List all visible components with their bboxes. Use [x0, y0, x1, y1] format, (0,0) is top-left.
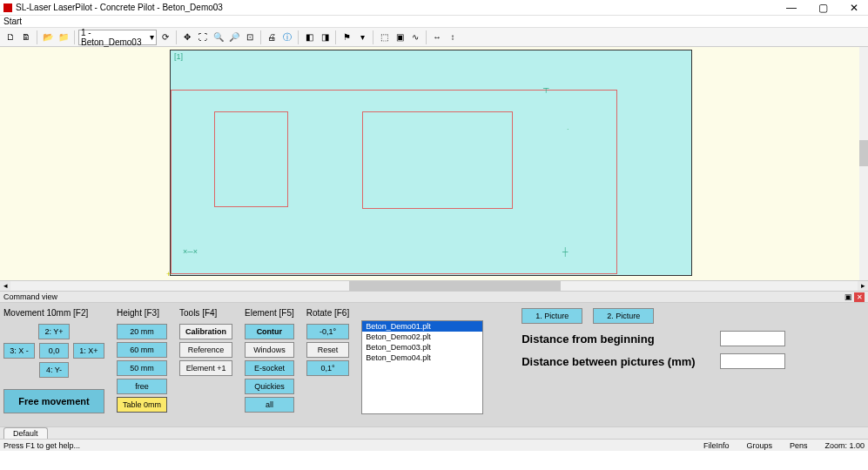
list-item[interactable]: Beton_Demo03.plt — [362, 342, 482, 352]
rotate-group: Rotate [F6] -0,1° Reset 0,1° — [306, 308, 349, 421]
move-icon[interactable]: ✥ — [180, 30, 194, 44]
command-panel: Movement 10mm [F2] 2: Y+ 3: X - 0,0 1: X… — [0, 303, 868, 426]
element-title: Element [F5] — [245, 308, 294, 318]
toolbar: 🗋 🗎 📂 📁 1 - Beton_Demo03 ▾ ⟳ ✥ ⛶ 🔍 🔎 ⊡ 🖨… — [0, 28, 868, 47]
movement-title: Movement 10mm [F2] — [3, 308, 104, 318]
calibration-button[interactable]: Calibration — [179, 324, 232, 339]
rotate-plus-button[interactable]: 0,1° — [306, 360, 349, 376]
align-left-icon[interactable]: ◧ — [302, 30, 316, 44]
status-groups: Groups — [746, 441, 772, 450]
list-item[interactable]: Beton_Demo01.plt — [362, 321, 482, 332]
folder-icon[interactable]: 📁 — [57, 30, 71, 44]
zoom-window-icon[interactable]: ⊡ — [243, 30, 257, 44]
scroll-track[interactable] — [10, 281, 858, 291]
panel-close-icon[interactable]: ✕ — [854, 292, 865, 302]
info-icon[interactable]: ⓘ — [280, 30, 294, 44]
file-dropdown[interactable]: 1 - Beton_Demo03 ▾ — [78, 30, 157, 45]
dot-marker: · — [567, 124, 569, 133]
distance-begin-input[interactable] — [720, 331, 785, 346]
pin-icon[interactable]: ▣ — [844, 292, 852, 302]
measure-v-icon[interactable]: ↕ — [446, 30, 460, 44]
file-listbox[interactable]: Beton_Demo01.plt Beton_Demo02.plt Beton_… — [361, 320, 483, 414]
flag-icon[interactable]: ⚑ — [340, 30, 353, 44]
horizontal-scrollbar[interactable]: ◂ ▸ — [0, 280, 868, 291]
shape-rect-1[interactable] — [214, 111, 288, 207]
align-right-icon[interactable]: ◨ — [318, 30, 332, 44]
picture-1-button[interactable]: 1. Picture — [521, 308, 582, 324]
center-button[interactable]: 0,0 — [39, 343, 69, 359]
free-movement-button[interactable]: Free movement — [3, 389, 104, 413]
rotate-reset-button[interactable]: Reset — [306, 342, 349, 358]
maximize-button[interactable]: ▢ — [812, 2, 833, 14]
element-plus-button[interactable]: Element +1 — [179, 360, 232, 376]
height-20-button[interactable]: 20 mm — [117, 324, 167, 339]
window-title: SL-Laser LaserPilot - Concrete Pilot - B… — [16, 3, 781, 12]
zoom-in-icon[interactable]: 🔍 — [212, 30, 225, 44]
height-group: Height [F3] 20 mm 60 mm 50 mm free Table… — [117, 308, 167, 421]
all-button[interactable]: all — [245, 397, 294, 413]
scroll-left-arrow[interactable]: ◂ — [0, 281, 10, 291]
canvas[interactable]: [1] ┬ ×─× ┼ + · — [0, 47, 868, 280]
tab-bar: Default — [0, 426, 868, 439]
title-bar: SL-Laser LaserPilot - Concrete Pilot - B… — [0, 0, 868, 16]
y-minus-button[interactable]: 4: Y- — [39, 362, 69, 378]
status-pens: Pens — [790, 441, 808, 450]
print-icon[interactable]: 🖨 — [265, 30, 279, 44]
menu-start[interactable]: Start — [3, 17, 22, 26]
chevron-down-icon[interactable]: ▾ — [355, 30, 369, 44]
element-group: Element [F5] Contur Windows E-socket Qui… — [245, 308, 294, 421]
distance-begin-label: Distance from beginning — [521, 332, 713, 346]
table-0-button[interactable]: Table 0mm — [117, 397, 167, 413]
status-zoom: Zoom: 1.00 — [824, 441, 865, 450]
distance-between-label: Distance between pictures (mm) — [521, 355, 713, 368]
status-help: Press F1 to get help... — [3, 441, 80, 450]
rotate-title: Rotate [F6] — [306, 308, 349, 318]
drawing-viewport[interactable]: [1] ┬ ×─× ┼ + · — [170, 50, 692, 276]
height-title: Height [F3] — [117, 308, 167, 318]
shape-rect-2[interactable] — [362, 111, 513, 209]
tools-group: Tools [F4] Calibration Reference Element… — [179, 308, 232, 421]
marker-left: ×─× — [183, 247, 198, 256]
windows-button[interactable]: Windows — [245, 342, 294, 358]
command-view-header: Command view ▣ ✕ — [0, 291, 868, 303]
new-doc-icon[interactable]: 🗎 — [19, 30, 33, 44]
picture-2-button[interactable]: 2. Picture — [593, 308, 654, 324]
list-item[interactable]: Beton_Demo02.plt — [362, 332, 482, 342]
marker-right: ┼ — [562, 247, 568, 256]
minimize-button[interactable]: — — [781, 2, 802, 14]
rotate-minus-button[interactable]: -0,1° — [306, 324, 349, 339]
crop-icon[interactable]: ▣ — [393, 30, 407, 44]
origin-marker: + — [166, 270, 171, 279]
open-icon[interactable]: 📂 — [41, 30, 55, 44]
command-view-title: Command view — [3, 292, 57, 301]
reference-button[interactable]: Reference — [179, 342, 232, 358]
new-file-icon[interactable]: 🗋 — [3, 30, 17, 44]
distance-between-input[interactable] — [720, 353, 785, 369]
y-plus-button[interactable]: 2: Y+ — [38, 324, 69, 339]
tools-title: Tools [F4] — [179, 308, 232, 318]
select-icon[interactable]: ⬚ — [377, 30, 391, 44]
list-item[interactable]: Beton_Demo04.plt — [362, 352, 482, 363]
status-fileinfo: FileInfo — [703, 441, 730, 450]
status-bar: Press F1 to get help... FileInfo Groups … — [0, 439, 868, 451]
zoom-out-icon[interactable]: 🔎 — [227, 30, 241, 44]
height-50-button[interactable]: 50 mm — [117, 360, 167, 376]
tab-default[interactable]: Default — [3, 427, 48, 439]
height-free-button[interactable]: free — [117, 379, 167, 394]
x-minus-button[interactable]: 3: X - — [3, 343, 35, 359]
close-button[interactable]: ✕ — [844, 2, 865, 14]
curve-icon[interactable]: ∿ — [408, 30, 422, 44]
vertical-scrollbar[interactable] — [859, 47, 868, 280]
scroll-right-arrow[interactable]: ▸ — [858, 281, 868, 291]
v-scroll-thumb[interactable] — [859, 140, 868, 166]
x-plus-button[interactable]: 1: X+ — [73, 343, 104, 359]
window-buttons: — ▢ ✕ — [781, 2, 865, 14]
refresh-icon[interactable]: ⟳ — [158, 30, 172, 44]
contur-button[interactable]: Contur — [245, 324, 294, 339]
height-60-button[interactable]: 60 mm — [117, 342, 167, 358]
zoom-fit-icon[interactable]: ⛶ — [196, 30, 210, 44]
esocket-button[interactable]: E-socket — [245, 360, 294, 376]
quickies-button[interactable]: Quickies — [245, 379, 294, 394]
h-scroll-thumb[interactable] — [349, 281, 561, 291]
measure-h-icon[interactable]: ↔ — [430, 30, 444, 44]
